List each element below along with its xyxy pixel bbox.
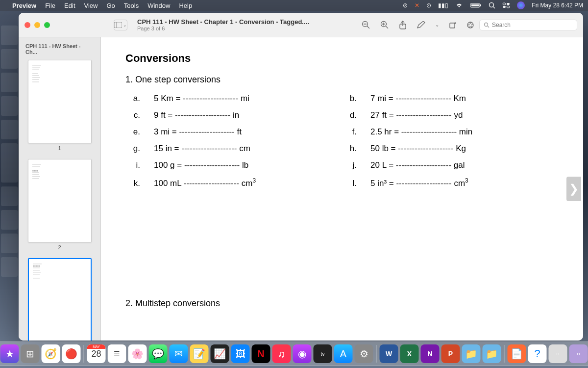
minimize-button[interactable] bbox=[34, 22, 40, 28]
app-name[interactable]: Preview bbox=[12, 2, 36, 9]
rotate-icon[interactable] bbox=[449, 21, 457, 29]
svg-rect-8 bbox=[507, 6, 510, 8]
equation: 50 lb = -------------------- Kg bbox=[370, 144, 466, 154]
search-input[interactable] bbox=[492, 22, 573, 28]
control-center-icon[interactable] bbox=[502, 2, 510, 8]
word-icon[interactable]: W bbox=[380, 344, 398, 363]
menu-file[interactable]: File bbox=[45, 2, 55, 9]
calendar-icon[interactable]: MAY28 bbox=[87, 344, 106, 363]
desktop-left-windows bbox=[0, 11, 18, 340]
notes-icon[interactable]: 📝 bbox=[190, 344, 209, 363]
menu-go[interactable]: Go bbox=[106, 2, 115, 9]
tv-icon[interactable]: tv bbox=[314, 344, 332, 363]
status-close-icon[interactable]: ✕ bbox=[415, 2, 419, 9]
music-icon[interactable]: ♫ bbox=[272, 344, 291, 363]
next-page-arrow[interactable]: ❯ bbox=[566, 177, 581, 201]
svg-rect-7 bbox=[503, 6, 506, 8]
equation: 100 mL -------------------- cm3 bbox=[154, 177, 256, 188]
search-icon[interactable] bbox=[489, 2, 495, 9]
messages-icon[interactable]: 💬 bbox=[149, 344, 168, 363]
chrome-icon[interactable]: 🔴 bbox=[62, 344, 81, 363]
chevron-down-icon[interactable]: ⌄ bbox=[435, 22, 439, 27]
equation: 5 Km = -------------------- mi bbox=[154, 94, 249, 104]
powerpoint-icon[interactable]: P bbox=[441, 344, 460, 363]
search-icon bbox=[484, 22, 490, 28]
thumbnail-page-2[interactable]: ━━━━━━━━━━━━━ ━━━━▦▦▦▦━━━━━━━━━━ ━━━━━━━… bbox=[28, 159, 92, 242]
zoom-out-icon[interactable] bbox=[362, 21, 370, 29]
document-page: Conversions 1. One step conversions a.5 … bbox=[101, 37, 583, 341]
share-icon[interactable] bbox=[399, 21, 407, 29]
item-label: a. bbox=[125, 94, 140, 104]
page-indicator: Page 3 of 6 bbox=[137, 26, 357, 31]
highlight-icon[interactable] bbox=[466, 21, 474, 29]
title-area: CPH 111 - HW Sheet - Chapter 1 - Convers… bbox=[137, 18, 357, 31]
equation: 5 in³ = -------------------- cm3 bbox=[370, 177, 468, 188]
item-label: e. bbox=[125, 127, 140, 137]
onenote-icon[interactable]: N bbox=[421, 344, 440, 363]
preview-icon[interactable]: 🖼 bbox=[231, 344, 250, 363]
sidebar-toggle[interactable]: ⌄ bbox=[114, 20, 127, 30]
mail-icon[interactable]: ✉ bbox=[170, 344, 188, 363]
folder-icon-2[interactable]: 📁 bbox=[483, 344, 501, 363]
siri-icon[interactable] bbox=[517, 1, 525, 9]
svg-line-4 bbox=[493, 7, 495, 9]
conversion-row: g.15 in = -------------------- cmh.50 lb… bbox=[125, 144, 559, 154]
help-icon[interactable]: ? bbox=[528, 344, 547, 363]
search-box[interactable] bbox=[479, 20, 577, 30]
menu-window[interactable]: Window bbox=[147, 2, 170, 9]
status-record-icon[interactable]: ⊙ bbox=[426, 2, 431, 9]
svg-rect-20 bbox=[450, 23, 455, 28]
svg-point-3 bbox=[490, 3, 494, 7]
item-label: l. bbox=[342, 179, 357, 188]
conversion-row: k.100 mL -------------------- cm3l.5 in³… bbox=[125, 177, 559, 188]
appstore-icon[interactable]: A bbox=[334, 344, 353, 363]
conversion-row: e.3 mi = -------------------- ftf.2.5 hr… bbox=[125, 127, 559, 137]
doc-icon[interactable]: 📄 bbox=[508, 344, 526, 363]
equation: 20 L = -------------------- gal bbox=[370, 160, 465, 170]
status-stop-icon[interactable]: ⊘ bbox=[403, 2, 408, 9]
menu-tools[interactable]: Tools bbox=[124, 2, 139, 9]
item-label: f. bbox=[342, 127, 357, 137]
markup-icon[interactable] bbox=[416, 21, 425, 29]
photos-icon[interactable]: 🌸 bbox=[128, 344, 147, 363]
clock[interactable]: Fri May 28 6:42 PM bbox=[532, 2, 583, 9]
close-button[interactable] bbox=[24, 22, 30, 28]
thumbnail-page-3[interactable]: ━━━━━━━━━▦▦▦▦▦━━━━━━━━━━ ━━━━━━━━━━━━━━━… bbox=[28, 258, 92, 341]
itunes-store-icon[interactable]: ★ bbox=[0, 344, 19, 363]
heading-multistep: 2. Multistep conversions bbox=[125, 298, 559, 309]
dock-separator-3 bbox=[504, 345, 505, 363]
equation: 7 mi = -------------------- Km bbox=[370, 94, 466, 104]
zoom-in-icon[interactable] bbox=[380, 21, 389, 29]
item-label: h. bbox=[342, 144, 357, 154]
menu-help[interactable]: Help bbox=[179, 2, 192, 9]
misc-icon-2[interactable]: ▫ bbox=[569, 344, 588, 363]
page-view[interactable]: Conversions 1. One step conversions a.5 … bbox=[101, 37, 583, 341]
stocks-icon[interactable]: 📈 bbox=[211, 344, 229, 363]
thumb-num-2: 2 bbox=[55, 244, 63, 251]
menu-edit[interactable]: Edit bbox=[64, 2, 75, 9]
netflix-icon[interactable]: N bbox=[252, 344, 270, 363]
menubar: Preview File Edit View Go Tools Window H… bbox=[0, 0, 588, 11]
podcasts-icon[interactable]: ◉ bbox=[293, 344, 312, 363]
wifi-icon[interactable] bbox=[455, 2, 463, 8]
preview-window: ⌄ CPH 111 - HW Sheet - Chapter 1 - Conve… bbox=[19, 13, 583, 341]
svg-rect-6 bbox=[507, 3, 510, 5]
item-label: c. bbox=[125, 110, 140, 120]
item-label: i. bbox=[125, 160, 140, 170]
folder-icon-1[interactable]: 📁 bbox=[462, 344, 481, 363]
svg-rect-9 bbox=[114, 22, 122, 28]
thumbnail-page-1[interactable]: ━━━━━━━━━━━━━ ━━━━━━━━━━━━━━ ━━━━━━━ ━━━… bbox=[28, 60, 92, 143]
excel-icon[interactable]: X bbox=[400, 344, 419, 363]
settings-icon[interactable]: ⚙ bbox=[355, 344, 373, 363]
battery-icon[interactable]: ▮▮▯ bbox=[438, 2, 448, 9]
reminders-icon[interactable]: ☰ bbox=[108, 344, 126, 363]
dock-separator-2 bbox=[376, 345, 377, 363]
safari-icon[interactable]: 🧭 bbox=[42, 344, 60, 363]
menu-view[interactable]: View bbox=[84, 2, 98, 9]
battery-bar-icon[interactable] bbox=[470, 2, 482, 8]
dock: 🙂 🔮 ★ ⊞ 🧭 🔴 MAY28 ☰ 🌸 💬 ✉ 📝 📈 🖼 N ♫ ◉ tv… bbox=[0, 342, 588, 366]
launchpad-icon[interactable]: ⊞ bbox=[21, 344, 40, 363]
misc-icon-1[interactable]: ▫ bbox=[549, 344, 567, 363]
fullscreen-button[interactable] bbox=[44, 22, 50, 28]
sidebar-thumbnails[interactable]: CPH 111 - HW Sheet - Ch... ━━━━━━━━━━━━━… bbox=[19, 37, 101, 341]
